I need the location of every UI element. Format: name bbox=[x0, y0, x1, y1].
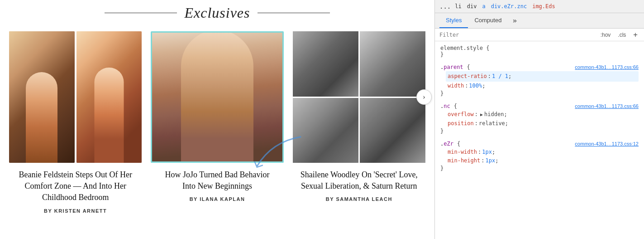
prop-value-min-height: 1px bbox=[485, 156, 495, 165]
header-line-right bbox=[258, 13, 330, 13]
nc-prop-overflow: overflow : ▶ hidden ; bbox=[448, 110, 639, 119]
article-card-2[interactable]: How JoJo Turned Bad Behavior Into New Be… bbox=[151, 31, 283, 202]
eZr-close: } bbox=[440, 165, 639, 171]
breadcrumb-ellipsis[interactable]: ... bbox=[439, 3, 451, 10]
devtools-breadcrumb: ... li div a div.eZr.znc img.Eds bbox=[435, 0, 644, 13]
breadcrumb-div[interactable]: div bbox=[466, 3, 478, 10]
devtools-panel: ... li div a div.eZr.znc img.Eds Styles … bbox=[434, 0, 644, 239]
nc-close: } bbox=[440, 128, 639, 134]
parent-properties: aspect-ratio : 1 / 1 ; width : 100% ; bbox=[440, 71, 639, 90]
parent-prop-width: width : 100% ; bbox=[448, 82, 639, 90]
rule-parent: .parent { common-43b1…1173.css:66 aspect… bbox=[440, 64, 639, 97]
rule-element-style: element.style { } bbox=[440, 45, 639, 58]
rule-element-style-header: element.style { bbox=[440, 45, 639, 51]
article-3-title: Shailene Woodley On 'Secret' Love, Sexua… bbox=[300, 169, 418, 192]
parent-source[interactable]: common-43b1…1173.css:66 bbox=[575, 64, 639, 70]
nc-source[interactable]: common-43b1…1173.css:66 bbox=[575, 103, 639, 109]
prop-name-overflow: overflow bbox=[448, 110, 474, 119]
section-header: Exclusives bbox=[9, 5, 425, 21]
article-1-title: Beanie Feldstein Steps Out Of Her Comfor… bbox=[17, 169, 134, 204]
section-title: Exclusives bbox=[184, 5, 250, 21]
prop-name-position: position bbox=[448, 119, 474, 128]
article-3-photo-1 bbox=[293, 31, 358, 97]
prop-name-aspect-ratio: aspect-ratio bbox=[448, 72, 487, 81]
filter-input[interactable] bbox=[439, 32, 595, 38]
article-1-image-right bbox=[76, 31, 142, 163]
rule-parent-header: .parent { common-43b1…1173.css:66 bbox=[440, 64, 639, 70]
article-3-photo-3 bbox=[293, 98, 358, 163]
eZr-properties: min-width : 1px ; min-height : 1px ; bbox=[440, 148, 639, 165]
filter-add-button[interactable]: + bbox=[631, 30, 639, 39]
prop-value-min-width: 1px bbox=[482, 148, 492, 156]
breadcrumb-img[interactable]: img.Eds bbox=[531, 3, 557, 10]
filter-cls-button[interactable]: .cls bbox=[616, 31, 628, 39]
breadcrumb-li[interactable]: li bbox=[453, 3, 463, 10]
tab-more-icon[interactable]: » bbox=[510, 15, 520, 27]
article-2-image bbox=[151, 31, 283, 163]
article-1-photo-right bbox=[76, 31, 142, 163]
article-card-1[interactable]: Beanie Feldstein Steps Out Of Her Comfor… bbox=[9, 31, 142, 214]
article-2-image-wrapper bbox=[151, 31, 283, 163]
tab-computed[interactable]: Computed bbox=[468, 13, 508, 28]
article-2-author: BY ILANA KAPLAN bbox=[190, 196, 245, 202]
content-area: Exclusives Beanie Feldstein Steps Out Of… bbox=[0, 0, 434, 239]
prop-value-width: 100% bbox=[469, 82, 482, 90]
parent-brace: { bbox=[467, 64, 470, 70]
eZr-source[interactable]: common-43b1…1173.css:12 bbox=[575, 141, 639, 146]
parent-prop-aspect-ratio: aspect-ratio : 1 / 1 ; bbox=[446, 71, 639, 82]
article-1-image-wrapper bbox=[9, 31, 142, 163]
header-line-left bbox=[105, 13, 177, 13]
rule-eZr-header: .eZr { common-43b1…1173.css:12 bbox=[440, 141, 639, 147]
element-style-selector: element.style { bbox=[440, 45, 489, 51]
tab-styles[interactable]: Styles bbox=[439, 13, 468, 28]
article-3-photo-2 bbox=[360, 31, 425, 97]
element-style-close: } bbox=[440, 51, 639, 58]
eZr-prop-min-height: min-height : 1px ; bbox=[448, 156, 639, 165]
filter-pseudo-button[interactable]: :hov bbox=[599, 31, 613, 39]
article-1-photo-left bbox=[9, 31, 75, 163]
article-card-3[interactable]: › Shailene Woodley On 'Secret' Love, Sex… bbox=[293, 31, 425, 202]
prop-name-min-height: min-height bbox=[448, 156, 480, 165]
devtools-rules: element.style { } .parent { common-43b1…… bbox=[435, 41, 644, 239]
next-arrow[interactable]: › bbox=[416, 89, 432, 105]
rule-nc: .​nc { common-43b1…1173.css:66 overflow … bbox=[440, 103, 639, 134]
article-1-image-left bbox=[9, 31, 75, 163]
eZr-brace: { bbox=[457, 141, 460, 147]
nc-prop-position: position : relative ; bbox=[448, 119, 639, 128]
nc-properties: overflow : ▶ hidden ; position : relativ… bbox=[440, 110, 639, 127]
article-2-title: How JoJo Turned Bad Behavior Into New Be… bbox=[158, 169, 276, 192]
prop-value-overflow: hidden bbox=[484, 110, 504, 119]
rule-nc-header: .​nc { common-43b1…1173.css:66 bbox=[440, 103, 639, 109]
overflow-expand-icon[interactable]: ▶ bbox=[480, 111, 483, 118]
rule-eZr: .eZr { common-43b1…1173.css:12 min-width… bbox=[440, 141, 639, 171]
eZr-selector: .eZr bbox=[440, 141, 453, 147]
breadcrumb-div-eZr[interactable]: div.eZr.znc bbox=[490, 3, 528, 10]
nc-brace: { bbox=[454, 103, 457, 109]
parent-close: } bbox=[440, 90, 639, 97]
article-3-photo-4 bbox=[360, 98, 425, 163]
devtools-filter-bar: :hov .cls + bbox=[435, 29, 644, 41]
eZr-prop-min-width: min-width : 1px ; bbox=[448, 148, 639, 156]
breadcrumb-a[interactable]: a bbox=[481, 3, 487, 10]
nc-selector: .​nc bbox=[440, 103, 450, 109]
prop-name-width: width bbox=[448, 82, 464, 90]
article-3-author: BY SAMANTHA LEACH bbox=[326, 196, 392, 202]
article-1-author: BY KRISTEN ARNETT bbox=[44, 208, 107, 214]
article-3-images bbox=[293, 31, 425, 163]
prop-name-min-width: min-width bbox=[448, 148, 477, 156]
article-1-images bbox=[9, 31, 142, 163]
parent-selector: .parent bbox=[440, 64, 463, 70]
article-3-image-wrapper: › bbox=[293, 31, 425, 163]
prop-value-aspect-ratio: 1 / 1 bbox=[492, 72, 508, 81]
prop-value-position: relative bbox=[479, 119, 505, 128]
articles-row: Beanie Feldstein Steps Out Of Her Comfor… bbox=[9, 31, 425, 214]
devtools-tabs: Styles Computed » bbox=[435, 13, 644, 29]
